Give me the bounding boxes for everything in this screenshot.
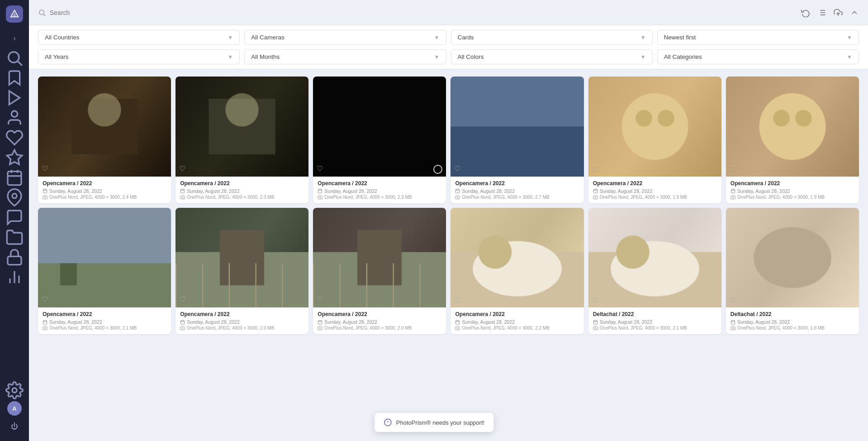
photo-device: OnePlus Nord, JPEG, 4000 × 3000, 2.4 MB <box>43 195 166 200</box>
sidebar-item-labels[interactable] <box>5 149 24 167</box>
filter-colors[interactable]: All Colors ▼ <box>451 49 653 64</box>
sidebar-item-library[interactable] <box>5 268 24 286</box>
sidebar-item-folders[interactable] <box>5 228 24 246</box>
topbar-actions <box>801 8 859 17</box>
photo-card[interactable]: ♡Opencamera / 2022Sunday, August 28, 202… <box>726 77 859 203</box>
filter-years[interactable]: All Years ▼ <box>38 49 240 64</box>
favorite-button[interactable]: ♡ <box>592 295 598 304</box>
favorite-button[interactable]: ♡ <box>42 295 48 304</box>
toast-notification[interactable]: PhotoPrism® needs your support! <box>375 413 493 432</box>
photo-card[interactable]: ♡Opencamera / 2022Sunday, August 28, 202… <box>451 77 583 203</box>
favorite-button[interactable]: ♡ <box>317 164 323 173</box>
calendar-icon <box>43 320 47 325</box>
calendar-icon <box>180 188 185 193</box>
logout-button[interactable]: ⏻ <box>5 417 24 436</box>
sidebar-item-calendar[interactable] <box>5 168 24 187</box>
filter-view[interactable]: Cards ▼ <box>451 30 653 45</box>
photo-date: Sunday, August 28, 2022 <box>730 188 854 194</box>
photo-card[interactable]: ♡Deltachat / 2022Sunday, August 28, 2022… <box>726 208 859 335</box>
sidebar-item-favorites[interactable] <box>5 129 24 147</box>
sidebar-item-video[interactable] <box>5 89 24 107</box>
svg-point-60 <box>44 327 46 329</box>
filter-categories[interactable]: All Categories ▼ <box>657 49 859 64</box>
filter-countries[interactable]: All Countries ▼ <box>38 30 240 45</box>
favorite-button[interactable]: ♡ <box>454 295 460 304</box>
gallery-area: ♡Opencamera / 2022Sunday, August 28, 202… <box>29 69 868 441</box>
svg-point-85 <box>732 327 734 329</box>
photo-card[interactable]: ♡Opencamera / 2022Sunday, August 28, 202… <box>451 208 583 335</box>
camera-icon <box>43 195 47 200</box>
photo-card[interactable]: ♡Opencamera / 2022Sunday, August 28, 202… <box>313 77 446 203</box>
photo-card[interactable]: ♡Opencamera / 2022Sunday, August 28, 202… <box>588 77 721 203</box>
favorite-button[interactable]: ♡ <box>454 164 460 173</box>
photo-date: Sunday, August 28, 2022 <box>593 319 717 325</box>
svg-point-11 <box>12 194 17 198</box>
photo-card[interactable]: ♡Opencamera / 2022Sunday, August 28, 202… <box>175 208 308 335</box>
calendar-icon <box>593 320 598 325</box>
svg-rect-41 <box>456 189 460 193</box>
list-view-icon[interactable] <box>817 8 826 17</box>
calendar-icon <box>593 188 598 193</box>
svg-point-75 <box>457 327 459 329</box>
svg-point-70 <box>319 327 321 329</box>
refresh-icon[interactable] <box>801 8 810 17</box>
photo-card[interactable]: ♡Deltachat / 2022Sunday, August 28, 2022… <box>588 208 721 335</box>
camera-icon <box>730 195 735 200</box>
sidebar-item-settings[interactable] <box>5 381 24 399</box>
photo-date: Sunday, August 28, 2022 <box>180 188 304 194</box>
sidebar-item-expand[interactable]: › <box>5 29 24 47</box>
svg-point-16 <box>12 388 17 393</box>
photo-date: Sunday, August 28, 2022 <box>180 319 304 325</box>
filter-sort[interactable]: Newest first ▼ <box>657 30 859 45</box>
photo-info: Opencamera / 2022Sunday, August 28, 2022… <box>38 177 171 203</box>
sidebar-item-albums[interactable] <box>5 69 24 87</box>
photo-date: Sunday, August 28, 2022 <box>455 319 579 325</box>
favorite-button[interactable]: ♡ <box>592 164 598 173</box>
avatar[interactable]: A <box>7 401 22 416</box>
photo-date: Sunday, August 28, 2022 <box>318 319 441 325</box>
svg-point-40 <box>319 197 321 198</box>
svg-point-35 <box>182 197 184 198</box>
camera-icon <box>180 326 185 331</box>
favorite-button[interactable]: ♡ <box>42 164 48 173</box>
sidebar: › A ⏻ <box>0 0 29 441</box>
select-circle[interactable] <box>433 165 442 174</box>
chevron-down-icon: ▼ <box>640 34 646 41</box>
chevron-down-icon: ▼ <box>847 34 852 41</box>
favorite-button[interactable]: ♡ <box>179 164 185 173</box>
photo-card[interactable]: ♡Opencamera / 2022Sunday, August 28, 202… <box>313 208 446 335</box>
sidebar-item-people[interactable] <box>5 109 24 127</box>
svg-point-30 <box>44 197 46 198</box>
photo-card[interactable]: ♡Opencamera / 2022Sunday, August 28, 202… <box>175 77 308 203</box>
sidebar-item-private[interactable] <box>5 248 24 266</box>
photo-device: OnePlus Nord, JPEG, 4000 × 3000, 2.2 MB <box>455 326 579 331</box>
calendar-icon <box>318 320 323 325</box>
photo-device: OnePlus Nord, JPEG, 4000 × 3000, 2.3 MB <box>318 195 441 200</box>
photo-title: Opencamera / 2022 <box>593 180 717 187</box>
search-input[interactable] <box>50 9 140 16</box>
photo-card[interactable]: ♡Opencamera / 2022Sunday, August 28, 202… <box>38 77 171 203</box>
filterbar: All Countries ▼ All Cameras ▼ Cards ▼ Ne… <box>29 25 868 69</box>
photo-card[interactable]: ♡Opencamera / 2022Sunday, August 28, 202… <box>38 208 171 335</box>
favorite-button[interactable]: ♡ <box>317 295 323 304</box>
chevron-down-icon: ▼ <box>228 34 233 41</box>
sidebar-item-places[interactable] <box>5 188 24 206</box>
favorite-button[interactable]: ♡ <box>730 295 736 304</box>
svg-marker-6 <box>7 150 22 164</box>
photo-date: Sunday, August 28, 2022 <box>43 188 166 194</box>
app-logo[interactable] <box>6 5 23 23</box>
chevron-down-icon: ▼ <box>434 54 440 60</box>
camera-icon <box>455 326 460 331</box>
calendar-icon <box>180 320 185 325</box>
sidebar-item-search[interactable] <box>5 49 24 67</box>
sidebar-item-moments[interactable] <box>5 208 24 226</box>
collapse-icon[interactable] <box>850 8 859 17</box>
photo-info: Opencamera / 2022Sunday, August 28, 2022… <box>451 307 583 334</box>
camera-icon <box>730 326 735 331</box>
svg-rect-26 <box>43 189 47 193</box>
upload-icon[interactable] <box>834 8 843 17</box>
filter-cameras[interactable]: All Cameras ▼ <box>244 30 446 45</box>
favorite-button[interactable]: ♡ <box>179 295 185 304</box>
filter-months[interactable]: All Months ▼ <box>244 49 446 64</box>
favorite-button[interactable]: ♡ <box>730 164 736 173</box>
